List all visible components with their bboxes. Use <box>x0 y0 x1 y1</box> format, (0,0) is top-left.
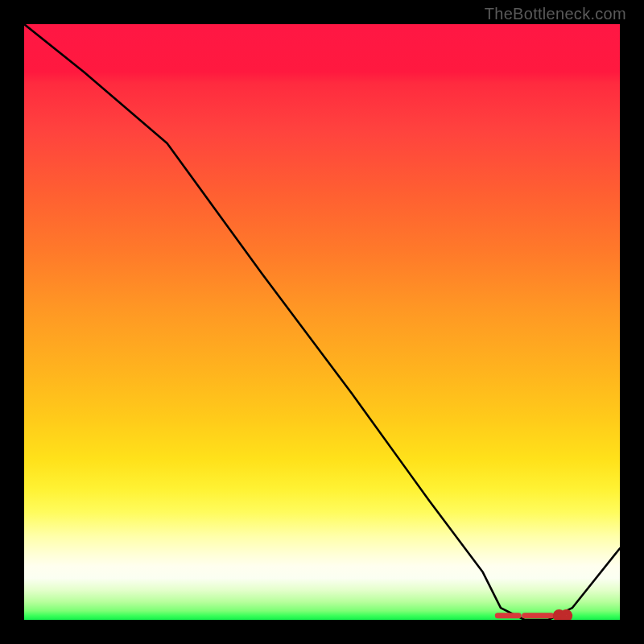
bottleneck-curve-path <box>24 24 620 620</box>
optimal-dot <box>563 613 569 619</box>
plot-svg <box>24 24 620 620</box>
watermark-text: TheBottleneck.com <box>485 5 626 23</box>
plot-area <box>24 24 620 620</box>
optimal-region-markers <box>497 613 569 619</box>
chart-container: TheBottleneck.com <box>0 0 644 644</box>
